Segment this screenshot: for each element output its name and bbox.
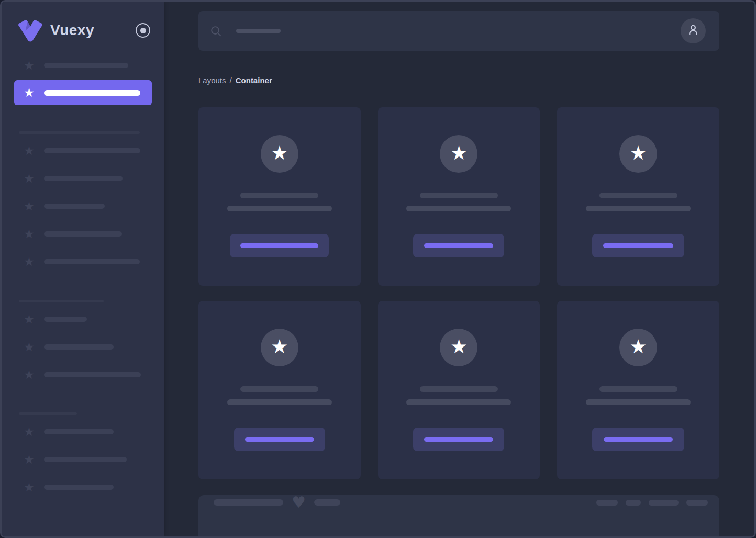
card-action-button[interactable] <box>234 428 325 451</box>
star-icon: ★ <box>23 228 36 240</box>
menu-label-placeholder <box>44 259 140 264</box>
menu-label-placeholder <box>44 204 105 209</box>
footer-link-placeholder[interactable] <box>596 500 618 506</box>
star-icon: ★ <box>23 454 36 466</box>
sidebar-menu-item[interactable]: ★ <box>23 144 148 157</box>
sidebar-menu-item[interactable]: ★ <box>23 341 148 353</box>
card-action-button[interactable] <box>413 428 504 451</box>
menu-label-placeholder <box>44 344 114 350</box>
card-action-button[interactable] <box>413 234 504 257</box>
menu-label-placeholder <box>44 372 141 377</box>
sidebar-menu-item[interactable]: ★ <box>23 425 148 438</box>
breadcrumb-parent-link[interactable]: Layouts <box>198 76 226 85</box>
menu-section-header-placeholder <box>19 412 77 415</box>
sidebar-menu-item[interactable]: ★ <box>23 481 148 494</box>
card-text-placeholder <box>406 206 511 211</box>
footer-links <box>596 500 708 506</box>
menu-label-placeholder <box>44 176 123 181</box>
button-label-placeholder <box>240 243 318 248</box>
vuexy-logo-icon[interactable] <box>17 19 43 42</box>
card-action-button[interactable] <box>592 428 684 451</box>
menu-label-placeholder <box>44 485 114 490</box>
sidebar-menu-item[interactable]: ★ <box>23 453 148 466</box>
button-label-placeholder <box>603 243 673 248</box>
menu-label-placeholder <box>44 457 127 462</box>
demo-card: ★ <box>198 107 361 286</box>
card-title-placeholder <box>420 193 498 198</box>
person-icon <box>686 23 700 39</box>
button-label-placeholder <box>424 243 493 248</box>
card-avatar-circle: ★ <box>440 329 477 366</box>
sidebar-menu-item[interactable]: ★ <box>23 200 148 212</box>
card-action-button[interactable] <box>592 234 684 257</box>
sidebar-menu-item-active[interactable]: ★ <box>14 80 152 105</box>
star-icon: ★ <box>450 143 468 164</box>
app-title: Vuexy <box>50 22 94 39</box>
card-text-placeholder <box>406 399 511 405</box>
star-icon: ★ <box>23 256 36 268</box>
star-icon: ★ <box>23 313 36 326</box>
star-icon: ★ <box>23 426 36 438</box>
sidebar-menu-item[interactable]: ★ <box>23 255 148 268</box>
demo-card: ★ <box>378 107 540 286</box>
card-avatar-circle: ★ <box>261 135 298 173</box>
sidebar-menu-item[interactable]: ★ <box>23 228 148 240</box>
star-icon: ★ <box>23 369 36 381</box>
sidebar-menu-item[interactable]: ★ <box>23 368 148 381</box>
card-text-placeholder <box>227 206 332 211</box>
main-content: Layouts/Container ★ ★ <box>164 11 754 538</box>
logo-row: Vuexy <box>17 19 150 41</box>
footer-link-placeholder[interactable] <box>649 500 679 506</box>
menu-label-placeholder <box>44 429 114 434</box>
star-icon: ★ <box>23 481 36 494</box>
menu-label-placeholder <box>44 63 128 68</box>
heart-icon: ♥ <box>292 495 306 510</box>
menu-section: ★ ★ ★ ★ ★ <box>2 144 164 268</box>
button-label-placeholder <box>424 437 493 442</box>
card-title-placeholder <box>240 193 318 198</box>
card-text-placeholder <box>586 206 691 211</box>
breadcrumb-current: Container <box>236 76 272 85</box>
star-icon: ★ <box>630 337 647 358</box>
footer-link-placeholder[interactable] <box>626 500 641 506</box>
card-avatar-circle: ★ <box>440 135 477 173</box>
card-text-placeholder <box>586 399 691 405</box>
card-action-button[interactable] <box>230 234 329 257</box>
card-title-placeholder <box>599 386 677 392</box>
button-label-placeholder <box>604 437 673 442</box>
footer-text-placeholder <box>214 499 283 506</box>
sidebar: Vuexy ★ ★ ★ ★ <box>2 2 164 536</box>
sidebar-menu-item[interactable]: ★ <box>23 59 148 72</box>
breadcrumb: Layouts/Container <box>198 76 719 85</box>
search-placeholder-bar <box>236 29 281 33</box>
menu-pin-toggle-icon[interactable] <box>136 23 150 38</box>
demo-card: ★ <box>557 301 719 479</box>
footer-panel: ♥ <box>198 495 719 538</box>
card-grid: ★ ★ <box>198 107 719 479</box>
demo-card: ★ <box>198 301 361 479</box>
sidebar-menu-item[interactable]: ★ <box>23 313 148 326</box>
star-icon: ★ <box>23 87 36 99</box>
footer-link-placeholder[interactable] <box>686 500 708 506</box>
menu-label-placeholder <box>44 317 87 322</box>
search-bar[interactable] <box>198 11 719 51</box>
card-text-placeholder <box>227 399 332 405</box>
star-icon: ★ <box>23 173 36 185</box>
card-title-placeholder <box>240 386 318 392</box>
menu-section: ★ ★ ★ <box>2 425 164 494</box>
star-icon: ★ <box>23 200 36 212</box>
sidebar-menu-item[interactable]: ★ <box>23 172 148 185</box>
star-icon: ★ <box>271 337 288 358</box>
card-avatar-circle: ★ <box>261 329 298 366</box>
card-avatar-circle: ★ <box>619 135 657 173</box>
star-icon: ★ <box>450 337 468 358</box>
breadcrumb-separator: / <box>230 76 232 85</box>
star-icon: ★ <box>23 341 36 353</box>
footer-text-placeholder <box>314 499 340 506</box>
card-title-placeholder <box>420 386 498 392</box>
star-icon: ★ <box>23 145 36 157</box>
app-window: Vuexy ★ ★ ★ ★ <box>0 0 756 538</box>
avatar-button[interactable] <box>681 18 706 43</box>
menu-section-header-placeholder <box>19 131 140 134</box>
card-avatar-circle: ★ <box>619 329 657 366</box>
